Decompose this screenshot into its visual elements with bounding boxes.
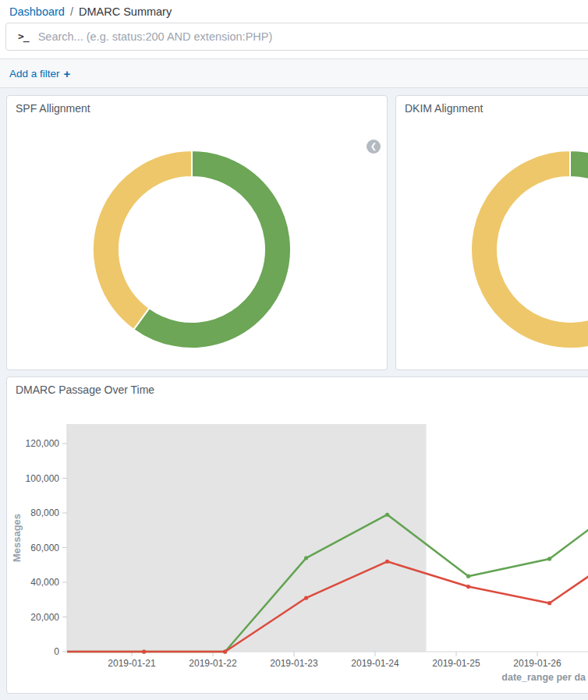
panel-dmarc-passage: DMARC Passage Over Time 020,00040,00060,… [6,377,588,694]
query-prompt-icon: >_ [6,30,37,44]
x-tick-label: 2019-01-26 [513,658,561,669]
y-tick-label: 100,000 [26,473,60,484]
y-tick-label: 20,000 [30,612,59,623]
y-axis-title: Messages [11,514,23,562]
breadcrumb: Dashboard / DMARC Summary [9,2,172,21]
add-filter-link[interactable]: Add a filter + [9,67,70,80]
search-input[interactable] [37,23,588,50]
y-tick-label: 80,000 [30,507,59,518]
data-point-red[interactable] [142,649,146,653]
spf-alignment-donut-chart[interactable] [7,96,388,370]
panel-spf-alignment: SPF Allignment ❮ [6,95,388,370]
y-tick-label: 60,000 [30,543,59,553]
x-tick-label: 2019-01-24 [351,658,399,669]
breadcrumb-dashboard-link[interactable]: Dashboard [9,5,65,18]
y-tick-label: 0 [54,646,59,657]
data-point-red[interactable] [547,601,551,605]
x-tick-label: 2019-01-23 [270,658,318,669]
dmarc-passage-line-chart[interactable]: 020,00040,00060,00080,000100,000120,0002… [7,377,588,694]
data-point-red[interactable] [385,560,389,564]
panel-dkim-alignment: DKIM Alignment ❮ [395,95,588,370]
data-point-red[interactable] [304,596,308,599]
time-selection-region[interactable] [67,424,427,652]
legend-collapse-icon[interactable]: ❮ [367,140,381,154]
data-point-green[interactable] [547,557,551,560]
donut-slice[interactable] [93,150,192,330]
data-point-green[interactable] [304,556,308,560]
x-axis-title: date_range per da [501,672,586,683]
add-filter-label: Add a filter [9,68,60,80]
dkim-alignment-donut-chart[interactable] [396,96,588,370]
y-tick-label: 120,000 [26,438,60,449]
x-tick-label: 2019-01-25 [432,658,480,669]
search-bar[interactable]: >_ [5,23,588,51]
plus-icon: + [64,67,71,80]
data-point-red[interactable] [223,649,227,653]
data-point-green[interactable] [385,513,389,517]
data-point-green[interactable] [466,574,470,578]
donut-slice[interactable] [570,150,588,186]
y-tick-label: 40,000 [30,577,59,588]
filter-bar: Add a filter + [0,58,588,88]
x-tick-label: 2019-01-21 [108,658,156,669]
data-point-red[interactable] [466,585,470,589]
breadcrumb-current: DMARC Summary [79,5,172,18]
breadcrumb-separator: / [65,5,79,18]
donut-slice[interactable] [471,150,588,348]
x-tick-label: 2019-01-22 [189,658,237,669]
